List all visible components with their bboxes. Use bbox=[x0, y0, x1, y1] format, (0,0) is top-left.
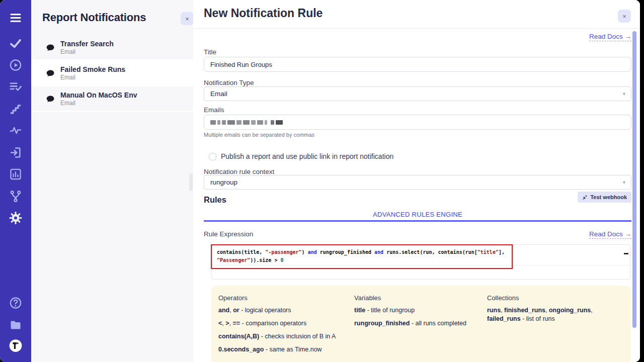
item-title: Failed Smoke Runs bbox=[60, 65, 189, 74]
chat-bubble-icon bbox=[45, 43, 56, 53]
title-input[interactable]: Finished Run Groups bbox=[204, 57, 631, 72]
tab-advanced-rules-engine[interactable]: ADVANCED RULES ENGINE bbox=[204, 211, 631, 218]
panel-resize-handle[interactable] bbox=[189, 173, 193, 191]
activity-icon[interactable] bbox=[9, 124, 23, 137]
panel-title: Report Notifications bbox=[42, 11, 146, 24]
help-item: 0.seconds_ago - same as Time.now bbox=[218, 345, 349, 354]
new-rule-panel: New Notification Rule × Read Docs → Titl… bbox=[193, 0, 640, 362]
list-check-icon[interactable] bbox=[9, 80, 23, 94]
rule-context-label: Notification rule context bbox=[204, 168, 274, 175]
list-item[interactable]: Manual On MacOS Env Email bbox=[31, 86, 193, 112]
notification-type-select[interactable]: Email ▼ bbox=[204, 86, 631, 101]
item-type: Email bbox=[60, 100, 189, 107]
help-item: runs, finished_runs, ongoing_runs, faile… bbox=[487, 306, 619, 323]
steps-icon[interactable] bbox=[9, 102, 23, 116]
vertical-scrollbar[interactable] bbox=[632, 31, 636, 328]
panel-close-button[interactable]: × bbox=[181, 12, 194, 25]
help-column-title: Operators bbox=[218, 294, 349, 302]
editor-scroll-marker bbox=[624, 253, 628, 254]
selected-context: rungroup bbox=[210, 178, 237, 186]
list-item[interactable]: Transfer Search Email bbox=[31, 35, 193, 61]
check-icon[interactable] bbox=[9, 37, 23, 50]
app-window: Report Notifications × Transfer Search E… bbox=[0, 0, 640, 362]
list-item[interactable]: Failed Smoke Runs Email bbox=[31, 61, 193, 86]
help-item: <, >, == - comparison operators bbox=[218, 319, 349, 328]
sign-in-icon[interactable] bbox=[9, 146, 23, 159]
chevron-down-icon: ▼ bbox=[622, 180, 626, 185]
chat-bubble-icon bbox=[45, 68, 56, 79]
item-type: Email bbox=[60, 48, 189, 56]
header-divider bbox=[193, 28, 640, 29]
menu-icon[interactable] bbox=[9, 11, 23, 25]
emails-helper-text: Multiple emails can be separated by comm… bbox=[204, 132, 314, 138]
folder-icon[interactable] bbox=[9, 318, 23, 331]
notifications-panel: Report Notifications × Transfer Search E… bbox=[31, 0, 193, 362]
item-type: Email bbox=[60, 74, 189, 81]
help-circle-icon[interactable] bbox=[9, 296, 23, 310]
help-item: and, or - logical operators bbox=[218, 306, 349, 315]
rule-context-select[interactable]: rungroup ▼ bbox=[204, 175, 631, 190]
help-column-operators: Operators and, or - logical operators <,… bbox=[218, 286, 349, 354]
item-title: Transfer Search bbox=[60, 39, 189, 48]
help-column-title: Collections bbox=[487, 294, 619, 302]
page-title: New Notification Rule bbox=[204, 7, 323, 20]
test-webhook-label: Test webhook bbox=[590, 194, 627, 200]
app-logo[interactable] bbox=[9, 339, 23, 352]
redacted-email-value bbox=[210, 120, 283, 125]
read-docs-link[interactable]: Read Docs → bbox=[589, 230, 631, 239]
help-item: rungroup_finished - all runs completed bbox=[354, 319, 480, 328]
rule-expression-label: Rule Expression bbox=[204, 230, 253, 238]
syntax-help-panel: Operators and, or - logical operators <,… bbox=[211, 286, 630, 362]
bar-chart-icon[interactable] bbox=[9, 167, 23, 181]
read-docs-link[interactable]: Read Docs → bbox=[589, 33, 631, 41]
item-title: Manual On MacOS Env bbox=[60, 90, 189, 100]
tab-indicator bbox=[204, 220, 631, 222]
checkbox[interactable] bbox=[209, 153, 216, 160]
test-webhook-button[interactable]: Test webhook bbox=[578, 192, 631, 203]
emails-input[interactable] bbox=[204, 115, 631, 130]
title-label: Title bbox=[204, 48, 216, 56]
rule-expression-editor[interactable]: contains(title, "-passenger") and rungro… bbox=[211, 244, 630, 280]
emails-label: Emails bbox=[204, 106, 224, 114]
checkbox-label: Publish a report and use public link in … bbox=[221, 152, 393, 160]
play-circle-icon[interactable] bbox=[9, 58, 23, 72]
notification-list: Transfer Search Email Failed Smoke Runs … bbox=[31, 35, 193, 112]
rules-heading: Rules bbox=[204, 195, 226, 205]
notification-type-label: Notification Type bbox=[204, 79, 254, 86]
chevron-down-icon: ▼ bbox=[622, 92, 626, 97]
gear-icon[interactable] bbox=[9, 211, 23, 225]
help-item: contains(A,B) - checks inclusion of B in… bbox=[218, 332, 349, 341]
plug-icon bbox=[582, 195, 588, 200]
help-column-collections: Collections runs, finished_runs, ongoing… bbox=[487, 286, 619, 323]
chat-bubble-icon bbox=[45, 94, 56, 105]
help-column-title: Variables bbox=[354, 294, 480, 302]
git-fork-icon[interactable] bbox=[9, 190, 23, 203]
form-close-button[interactable]: × bbox=[618, 10, 631, 23]
publish-report-checkbox-row[interactable]: Publish a report and use public link in … bbox=[209, 152, 393, 160]
editor-line-rule bbox=[212, 265, 630, 265]
help-item: title - title of rungroup bbox=[354, 306, 480, 315]
help-column-variables: Variables title - title of rungroup rung… bbox=[354, 286, 480, 328]
code-line: contains(title, "-passenger") and rungro… bbox=[217, 249, 505, 255]
selected-type: Email bbox=[210, 90, 227, 98]
sidebar bbox=[0, 0, 31, 362]
code-line: "Passenger")).size > 0 bbox=[217, 257, 283, 263]
